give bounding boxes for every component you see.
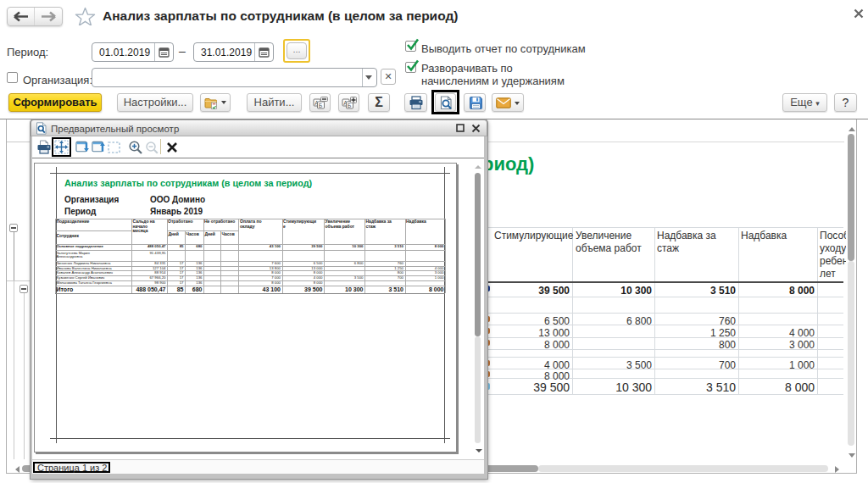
svg-text:Б: Б xyxy=(319,103,323,108)
